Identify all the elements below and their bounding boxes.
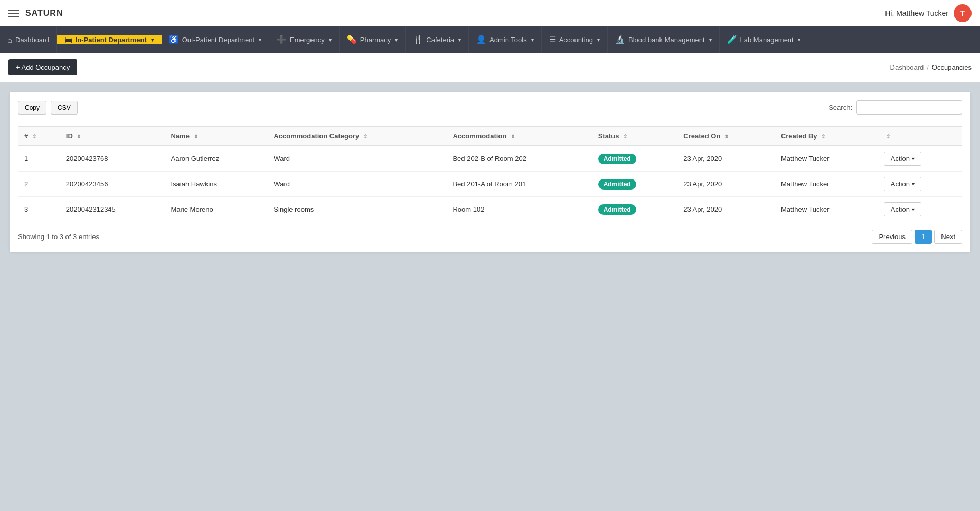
cell-created-by: Matthew Tucker: [775, 172, 878, 197]
col-acc-cat: Accommodation Category ⇕: [267, 127, 446, 146]
nav-item-lab[interactable]: 🧪 Lab Management ▾: [720, 26, 808, 53]
admin-icon: 👤: [476, 35, 486, 44]
topbar-right: Hi, Matthew Tucker T: [885, 4, 972, 22]
nav-item-cafeteria[interactable]: 🍴 Cafeteria ▾: [406, 26, 469, 53]
nav-label-admin: Admin Tools: [489, 36, 527, 44]
nav-item-admin[interactable]: 👤 Admin Tools ▾: [469, 26, 542, 53]
nav-item-accounting[interactable]: ☰ Accounting ▾: [542, 26, 608, 53]
user-greeting: Hi, Matthew Tucker: [885, 9, 948, 17]
search-input[interactable]: [856, 100, 962, 115]
breadcrumb-sep: /: [927, 63, 929, 71]
nav-item-dashboard[interactable]: ⌂ Dashboard: [0, 26, 57, 53]
nav-label-emergency: Emergency: [290, 36, 325, 44]
cell-created-by: Matthew Tucker: [775, 197, 878, 222]
breadcrumb: Dashboard / Occupancies: [890, 63, 972, 71]
page-1-button[interactable]: 1: [915, 230, 932, 244]
emergency-icon: ➕: [277, 35, 287, 44]
accounting-icon: ☰: [549, 35, 556, 44]
cell-num: 3: [18, 197, 60, 222]
nav-label-outpatient: Out-Patient Department: [182, 36, 255, 44]
nav-label-inpatient: In-Patient Department: [76, 36, 147, 44]
nav-label-cafeteria: Cafeteria: [426, 36, 454, 44]
action-button[interactable]: Action ▾: [884, 202, 921, 216]
nav-label-dashboard: Dashboard: [15, 36, 49, 44]
nav-label-lab: Lab Management: [740, 36, 794, 44]
col-name: Name ⇕: [164, 127, 267, 146]
hamburger-menu[interactable]: [8, 10, 19, 17]
col-status: Status ⇕: [592, 127, 677, 146]
nav-item-pharmacy[interactable]: 💊 Pharmacy ▾: [340, 26, 406, 53]
page-toolbar: + Add Occupancy Dashboard / Occupancies: [0, 53, 980, 82]
bloodbank-icon: 🔬: [615, 35, 625, 44]
table-row: 3 2020042312345 Marie Moreno Single room…: [18, 197, 962, 222]
add-occupancy-button[interactable]: + Add Occupancy: [8, 59, 77, 75]
copy-button[interactable]: Copy: [18, 101, 46, 115]
col-action: ⇕: [878, 127, 962, 146]
cell-created-on: 23 Apr, 2020: [677, 197, 775, 222]
pharmacy-icon: 💊: [347, 35, 357, 44]
csv-button[interactable]: CSV: [51, 101, 78, 115]
cell-action: Action ▾: [878, 146, 962, 172]
nav-item-inpatient[interactable]: 🛏 In-Patient Department ▾: [57, 35, 162, 44]
table-controls: Copy CSV: [18, 101, 78, 115]
col-created-by: Created By ⇕: [775, 127, 878, 146]
cell-status: Admitted: [592, 172, 677, 197]
chevron-down-icon: ▾: [151, 37, 154, 43]
nav-dropdown-inpatient[interactable]: 🛏 In-Patient Department ▾ Occupancies Tr…: [57, 35, 162, 44]
cell-acc-cat: Ward: [267, 172, 446, 197]
breadcrumb-current: Occupancies: [932, 63, 972, 71]
chevron-down-icon-caf: ▾: [458, 37, 461, 43]
cell-action: Action ▾: [878, 197, 962, 222]
nav-item-outpatient[interactable]: ♿ Out-Patient Department ▾: [162, 26, 269, 53]
action-caret-icon: ▾: [912, 181, 915, 187]
nav-item-bloodbank[interactable]: 🔬 Blood bank Management ▾: [608, 26, 720, 53]
cafeteria-icon: 🍴: [413, 35, 423, 44]
chevron-down-icon-out: ▾: [259, 37, 261, 43]
action-caret-icon: ▾: [912, 206, 915, 212]
cell-name: Aaron Gutierrez: [164, 146, 267, 172]
col-num: # ⇕: [18, 127, 60, 146]
chevron-down-icon-bb: ▾: [709, 37, 712, 43]
outpatient-icon: ♿: [169, 35, 179, 44]
col-acc: Accommodation ⇕: [446, 127, 591, 146]
cell-id: 20200423456: [60, 172, 165, 197]
cell-status: Admitted: [592, 146, 677, 172]
chevron-down-icon-lab: ▾: [798, 37, 800, 43]
cell-acc-cat: Single rooms: [267, 197, 446, 222]
action-button[interactable]: Action ▾: [884, 177, 921, 191]
dashboard-icon: ⌂: [7, 35, 12, 44]
nav-label-bloodbank: Blood bank Management: [628, 36, 705, 44]
cell-created-on: 23 Apr, 2020: [677, 146, 775, 172]
breadcrumb-dashboard[interactable]: Dashboard: [890, 63, 924, 71]
cell-status: Admitted: [592, 197, 677, 222]
cell-action: Action ▾: [878, 172, 962, 197]
cell-created-on: 23 Apr, 2020: [677, 172, 775, 197]
nav-label-pharmacy: Pharmacy: [360, 36, 391, 44]
table-body: 1 20200423768 Aaron Gutierrez Ward Bed 2…: [18, 146, 962, 222]
col-created-on: Created On ⇕: [677, 127, 775, 146]
occupancies-table: # ⇕ ID ⇕ Name ⇕ Accommodation Category ⇕…: [18, 126, 962, 222]
cell-num: 1: [18, 146, 60, 172]
table-header: # ⇕ ID ⇕ Name ⇕ Accommodation Category ⇕…: [18, 127, 962, 146]
avatar[interactable]: T: [954, 4, 972, 22]
topbar-left: SATURN: [8, 8, 63, 18]
pagination-row: Showing 1 to 3 of 3 entries Previous 1 N…: [18, 230, 962, 244]
nav-item-emergency[interactable]: ➕ Emergency ▾: [269, 26, 340, 53]
next-button[interactable]: Next: [934, 230, 962, 244]
navbar: ⌂ Dashboard 🛏 In-Patient Department ▾ Oc…: [0, 26, 980, 53]
cell-acc: Bed 201-A of Room 201: [446, 172, 591, 197]
cell-num: 2: [18, 172, 60, 197]
inpatient-icon: 🛏: [64, 35, 72, 44]
chevron-down-icon-emr: ▾: [329, 37, 332, 43]
cell-id: 2020042312345: [60, 197, 165, 222]
search-label: Search:: [828, 103, 852, 111]
table-row: 2 20200423456 Isaiah Hawkins Ward Bed 20…: [18, 172, 962, 197]
topbar: SATURN Hi, Matthew Tucker T: [0, 0, 980, 26]
cell-acc-cat: Ward: [267, 146, 446, 172]
previous-button[interactable]: Previous: [872, 230, 912, 244]
entries-info: Showing 1 to 3 of 3 entries: [18, 233, 99, 241]
cell-acc: Room 102: [446, 197, 591, 222]
app-logo: SATURN: [25, 8, 63, 18]
action-button[interactable]: Action ▾: [884, 152, 921, 166]
lab-icon: 🧪: [727, 35, 737, 44]
